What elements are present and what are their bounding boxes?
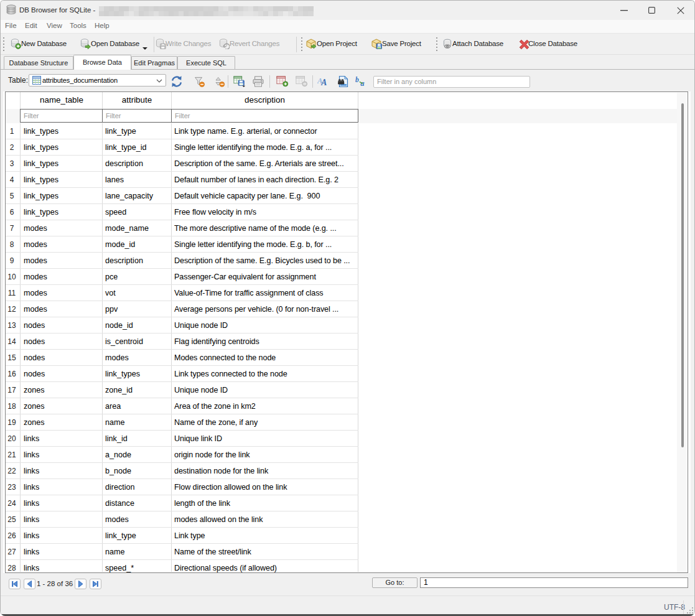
svg-text:A: A bbox=[320, 78, 327, 87]
svg-text:b: b bbox=[355, 75, 359, 84]
